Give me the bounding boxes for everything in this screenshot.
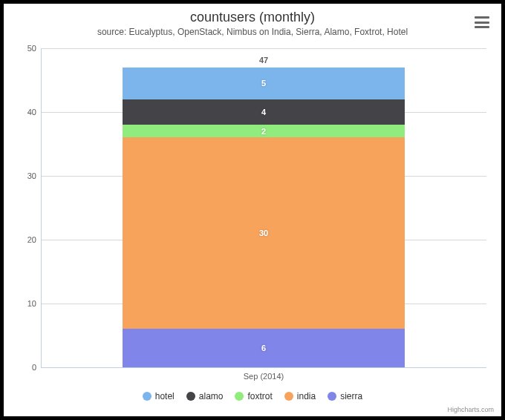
y-axis-line <box>41 48 42 367</box>
legend: hotelalamofoxtrotindiasierra <box>4 391 501 403</box>
legend-item-hotel[interactable]: hotel <box>143 391 175 401</box>
legend-item-alamo[interactable]: alamo <box>186 391 224 401</box>
chart-container: countusers (monthly) source: Eucalyptus,… <box>0 0 505 420</box>
bar-segment-india[interactable] <box>123 137 405 329</box>
legend-swatch <box>235 392 244 401</box>
y-tick-label: 20 <box>7 235 36 244</box>
legend-label: india <box>297 391 316 401</box>
y-tick-label: 40 <box>7 108 36 117</box>
bar-segment-sierra[interactable] <box>123 329 405 367</box>
legend-label: foxtrot <box>247 391 272 401</box>
legend-item-foxtrot[interactable]: foxtrot <box>235 391 272 401</box>
stacked-bar: 63024547 <box>123 48 405 367</box>
y-tick-label: 30 <box>7 171 36 180</box>
chart-menu-button[interactable] <box>473 14 491 30</box>
legend-label: hotel <box>155 391 175 401</box>
chart-titles: countusers (monthly) source: Eucalyptus,… <box>4 4 501 37</box>
legend-swatch <box>186 392 195 401</box>
legend-label: sierra <box>340 391 362 401</box>
bar-segment-foxtrot[interactable] <box>123 125 405 137</box>
x-axis-line <box>41 367 486 368</box>
chart-title: countusers (monthly) <box>4 10 501 25</box>
bar-segment-alamo[interactable] <box>123 99 405 125</box>
x-axis-label: Sep (2014) <box>41 372 486 381</box>
y-tick-label: 0 <box>7 363 36 372</box>
legend-swatch <box>143 392 152 401</box>
plot-area: 01020304050 63024547 Sep (2014) <box>41 48 486 367</box>
chart-subtitle: source: Eucalyptus, OpenStack, Nimbus on… <box>4 27 501 37</box>
y-tick-label: 50 <box>7 44 36 53</box>
hamburger-icon <box>475 16 489 19</box>
legend-label: alamo <box>199 391 224 401</box>
legend-item-sierra[interactable]: sierra <box>328 391 362 401</box>
credits-link[interactable]: Highcharts.com <box>447 406 494 413</box>
bar-total-label: 47 <box>123 56 405 65</box>
bar-segment-hotel[interactable] <box>123 68 405 99</box>
legend-item-india[interactable]: india <box>284 391 316 401</box>
y-tick-label: 10 <box>7 299 36 308</box>
legend-swatch <box>328 392 336 401</box>
legend-swatch <box>284 392 293 401</box>
